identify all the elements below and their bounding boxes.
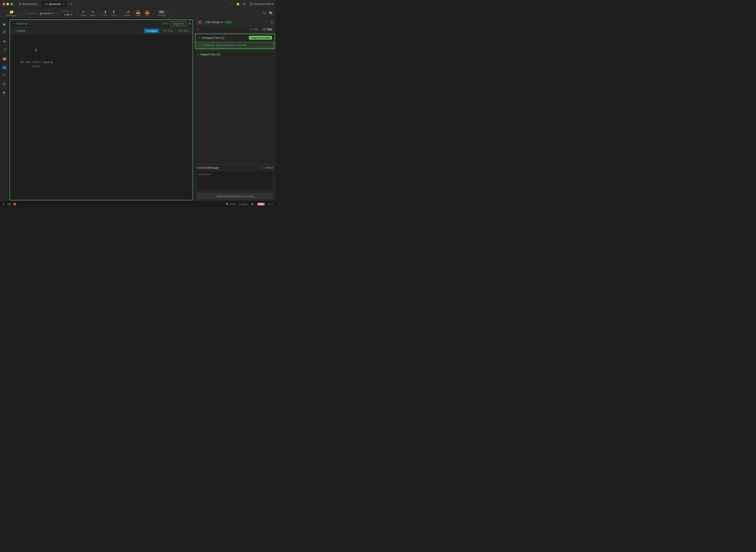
editor-encoding: UTF-8 bbox=[162, 22, 168, 25]
window-icon[interactable]: ⧉ bbox=[263, 11, 265, 15]
editor-file-tab[interactable]: + TODO.txt bbox=[12, 21, 29, 26]
sidebar-item-monitor[interactable]: 🖥 1 bbox=[0, 29, 8, 37]
tab-git-lesson[interactable]: ⎇ git-lesson ✕ bbox=[42, 1, 67, 7]
unstaged-file-name: TODO.txt bbox=[203, 43, 215, 47]
monitor-icon: 🖥 bbox=[3, 30, 6, 34]
zoom-value: 130% bbox=[230, 203, 236, 205]
branch-icon: ⎇ bbox=[44, 3, 48, 6]
support-label[interactable]: Support bbox=[239, 203, 247, 205]
list-icon[interactable]: ☰ bbox=[3, 203, 5, 205]
sort-icon[interactable]: ⇅ bbox=[197, 28, 199, 31]
pull-icon: ⬇ bbox=[104, 10, 107, 14]
tab-workspaces[interactable]: ⊞ Workspaces bbox=[16, 1, 40, 7]
branch-dropdown-icon: ▾ bbox=[71, 13, 73, 16]
pull-button[interactable]: ⬇ Pull bbox=[102, 9, 109, 17]
sidebar-item-cloud[interactable]: ☁ 1 bbox=[0, 37, 8, 45]
tree-label: Tree bbox=[267, 28, 272, 31]
pop-button[interactable]: 📤 Pop bbox=[143, 9, 151, 17]
terminal-label: Terminal bbox=[157, 14, 165, 17]
tree-icon: 🌲 bbox=[263, 28, 266, 31]
file-plus-icon: + bbox=[199, 43, 201, 47]
nav-arrow: › bbox=[22, 12, 23, 15]
play-icon: ▶ bbox=[3, 90, 6, 94]
redo-label: Redo bbox=[90, 14, 96, 17]
path-icon: ☰ bbox=[250, 28, 252, 31]
staged-section-header[interactable]: ▼ Staged Files (0) bbox=[194, 51, 276, 58]
layers-badge: 0 bbox=[4, 86, 5, 88]
tab-label: git-lesson bbox=[49, 2, 61, 6]
search-icon[interactable]: 🔍 bbox=[269, 11, 273, 15]
gift-icon[interactable]: 🎁 bbox=[13, 203, 16, 205]
undo-redo-group: ↩ Undo ↪ Redo bbox=[77, 8, 100, 18]
commit-button[interactable]: Stage files/changes to commit bbox=[197, 193, 273, 199]
stash-button[interactable]: 📥 Stash bbox=[134, 9, 143, 17]
unstaged-section: ▼ Unstaged Files (1) Stage all changes +… bbox=[195, 34, 275, 49]
dropdown-icon[interactable]: ⌄ bbox=[230, 2, 233, 6]
repository-selector[interactable]: git-lesson ▾ bbox=[37, 11, 56, 15]
sidebar-item-users[interactable]: 👥 bbox=[0, 63, 8, 71]
sidebar-item-tags[interactable]: 🏷 0 bbox=[0, 72, 8, 80]
add-tab-button[interactable]: + bbox=[69, 2, 74, 6]
unstaged-section-header[interactable]: ▼ Unstaged Files (1) Stage all changes bbox=[196, 34, 274, 41]
settings-icon[interactable]: ⚙ bbox=[243, 2, 246, 6]
file-icon: 📁 bbox=[9, 10, 14, 14]
download-icon[interactable]: ⬇ bbox=[271, 20, 273, 24]
statusbar: ☰ ⌨ 🎁 🔍 130% Support ⚡ PRO 9.1.1 bbox=[0, 201, 276, 207]
delete-button[interactable]: 🗑 bbox=[197, 20, 203, 25]
main-layout: ◉ 🖥 1 ☁ 1 ⎇ 0 🐙 👥 🏷 0 ⊞ 0 ▶ 0 bbox=[0, 18, 276, 201]
tab-close-icon[interactable]: ✕ bbox=[63, 3, 65, 5]
sidebar-item-git[interactable]: ⎇ 0 bbox=[0, 46, 8, 54]
branch-name: main bbox=[64, 13, 70, 16]
push-button[interactable]: ⬆ Push bbox=[110, 9, 118, 17]
keyboard-icon[interactable]: ⌨ bbox=[7, 203, 11, 205]
push-icon: ⬆ bbox=[112, 10, 115, 14]
workspaces-icon: ⊞ bbox=[19, 3, 21, 6]
repository-group: repository git-lesson ▾ › bbox=[25, 8, 60, 18]
stage-file-button[interactable]: Stage File bbox=[170, 21, 186, 26]
undo-button[interactable]: ↩ Undo bbox=[79, 9, 88, 17]
unstaged-view-button[interactable]: Unstaged bbox=[144, 28, 159, 33]
staged-section: ▼ Staged Files (0) bbox=[194, 51, 276, 58]
unstaged-file-item[interactable]: + TODO.txt git has detected a new file! bbox=[196, 42, 274, 48]
terminal-button[interactable]: ⌨ Terminal bbox=[156, 9, 167, 17]
git-icon: ⎇ bbox=[2, 47, 6, 51]
branch-action-label: Branch bbox=[124, 14, 131, 17]
toolbar: 📁 workspace + › repository git-lesson ▾ … bbox=[0, 8, 276, 18]
branch-selector[interactable]: main ▾ bbox=[62, 12, 75, 17]
sidebar-item-play[interactable]: ▶ 0 bbox=[0, 89, 8, 97]
commit-header: Commit Message Amend bbox=[197, 166, 273, 169]
stage-all-button[interactable]: Stage all changes bbox=[249, 36, 272, 40]
editor-close-button[interactable]: ✕ bbox=[188, 21, 191, 26]
annotation-content: We can start typinghere! bbox=[21, 60, 52, 68]
view-toggle: ☰ Path 🌲 Tree bbox=[248, 27, 273, 31]
repo-name: git-lesson bbox=[39, 12, 51, 15]
undo-icon: ↩ bbox=[82, 10, 85, 14]
profile-section[interactable]: 👤 Default Profile ▾ bbox=[249, 2, 273, 6]
close-traffic-light[interactable] bbox=[3, 3, 5, 5]
tree-view-button[interactable]: 🌲 Tree bbox=[261, 27, 273, 31]
tags-icon: 🏷 bbox=[3, 73, 6, 77]
branch-badge: main bbox=[225, 21, 233, 24]
right-panel: 🗑 1 file change on main ⬇ ⇅ ☰ Path 🌲 Tre… bbox=[194, 18, 276, 201]
workspace-add-button[interactable]: 📁 workspace bbox=[5, 9, 18, 17]
sidebar-item-github[interactable]: 🐙 bbox=[0, 55, 8, 62]
editor-content[interactable]: 1 ↗ We can start typinghere! bbox=[10, 34, 193, 200]
maximize-traffic-light[interactable] bbox=[10, 3, 13, 5]
diff-view-button[interactable]: Diff View bbox=[176, 28, 191, 33]
redo-button[interactable]: ↪ Redo bbox=[89, 9, 97, 17]
sort-bar: ⇅ ☰ Path 🌲 Tree bbox=[194, 26, 276, 33]
sidebar-item-layers[interactable]: ⊞ 0 bbox=[0, 81, 8, 88]
commit-textarea[interactable] bbox=[197, 171, 273, 191]
editor-file-name: + TODO.txt bbox=[13, 22, 28, 25]
editable-badge: ✏ editable bbox=[12, 29, 27, 33]
path-view-button[interactable]: ☰ Path bbox=[248, 27, 260, 31]
sidebar-item-source[interactable]: ◉ bbox=[0, 20, 8, 28]
left-sidebar: ◉ 🖥 1 ☁ 1 ⎇ 0 🐙 👥 🏷 0 ⊞ 0 ▶ 0 bbox=[0, 18, 9, 201]
minimize-traffic-light[interactable] bbox=[6, 3, 9, 5]
file-view-button[interactable]: File View bbox=[160, 28, 175, 33]
repo-dropdown-icon: ▾ bbox=[52, 12, 54, 15]
branch-button[interactable]: ⎇ Branch bbox=[122, 9, 133, 17]
terminal-group: ⌨ Terminal bbox=[153, 8, 169, 18]
amend-checkbox[interactable] bbox=[261, 166, 264, 169]
notifications-icon[interactable]: 🔔 bbox=[236, 2, 240, 6]
